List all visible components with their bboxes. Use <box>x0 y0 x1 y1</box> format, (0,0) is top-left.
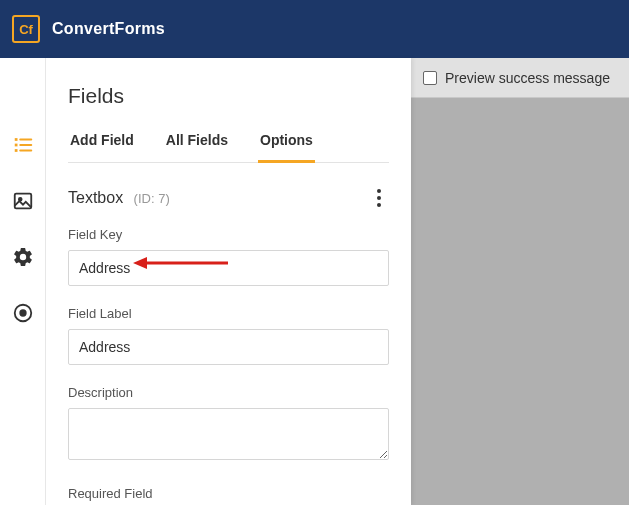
tab-all-fields[interactable]: All Fields <box>164 132 230 163</box>
description-textarea[interactable] <box>68 408 389 460</box>
description-label: Description <box>68 385 389 400</box>
svg-rect-5 <box>14 149 17 152</box>
preview-success-checkbox[interactable] <box>423 71 437 85</box>
field-key-label: Field Key <box>68 227 389 242</box>
preview-area: Preview success message <box>411 58 629 505</box>
section-type: Textbox <box>68 189 123 206</box>
rail-settings-icon[interactable] <box>12 246 34 268</box>
svg-rect-4 <box>14 144 17 147</box>
field-label-input[interactable] <box>68 329 389 365</box>
rail-target-icon[interactable] <box>12 302 34 324</box>
tab-add-field[interactable]: Add Field <box>68 132 136 163</box>
logo-icon: Cf <box>12 15 40 43</box>
field-label-label: Field Label <box>68 306 389 321</box>
rail-fields-icon[interactable] <box>12 134 34 156</box>
tabs: Add Field All Fields Options <box>68 132 389 163</box>
svg-point-9 <box>20 310 26 316</box>
panel-title: Fields <box>68 84 389 108</box>
main: Fields Add Field All Fields Options Text… <box>0 58 629 505</box>
rail-image-icon[interactable] <box>12 190 34 212</box>
preview-success-label: Preview success message <box>445 70 610 86</box>
kebab-icon[interactable] <box>369 189 389 207</box>
field-key-input[interactable] <box>68 250 389 286</box>
section-head: Textbox (ID: 7) <box>68 189 389 207</box>
brand-name: ConvertForms <box>52 20 165 38</box>
required-label: Required Field <box>68 486 389 501</box>
preview-bar: Preview success message <box>411 58 629 98</box>
topbar: Cf ConvertForms <box>0 0 629 58</box>
sidebar-rail <box>0 58 46 505</box>
tab-options[interactable]: Options <box>258 132 315 163</box>
panel: Fields Add Field All Fields Options Text… <box>46 58 411 505</box>
section-id: (ID: 7) <box>134 191 170 206</box>
svg-rect-3 <box>14 138 17 141</box>
